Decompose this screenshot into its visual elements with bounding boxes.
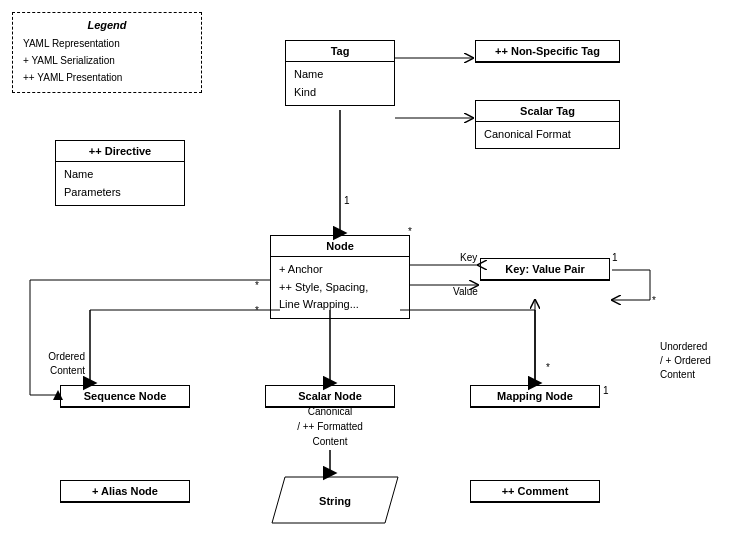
label-star-node-left: * bbox=[255, 280, 259, 291]
label-1-mapping: 1 bbox=[603, 385, 609, 396]
scalar-tag-body: Canonical Format bbox=[476, 122, 619, 148]
string-parallelogram: String bbox=[270, 475, 400, 525]
node-field-anchor: + Anchor bbox=[279, 261, 401, 279]
label-star-kvp: * bbox=[652, 295, 656, 306]
label-value: Value bbox=[453, 286, 478, 297]
scalar-node-field-3: Content bbox=[265, 434, 395, 449]
directive-title: ++ Directive bbox=[56, 141, 184, 162]
label-star-node-bottom: * bbox=[255, 305, 259, 316]
node-box: Node + Anchor ++ Style, Spacing, Line Wr… bbox=[270, 235, 410, 319]
comment-title: ++ Comment bbox=[471, 481, 599, 502]
diagram: Legend YAML Representation + YAML Serial… bbox=[0, 0, 735, 555]
scalar-tag-field: Canonical Format bbox=[484, 126, 611, 144]
label-key: Key bbox=[460, 252, 477, 263]
legend-line-2: + YAML Serialization bbox=[23, 52, 191, 69]
scalar-tag-box: Scalar Tag Canonical Format bbox=[475, 100, 620, 149]
mapping-node-title: Mapping Node bbox=[471, 386, 599, 407]
scalar-node-field-2: / ++ Formatted bbox=[265, 419, 395, 434]
legend-line-3: ++ YAML Presentation bbox=[23, 69, 191, 86]
mapping-node-box: Mapping Node bbox=[470, 385, 600, 408]
legend-body: YAML Representation + YAML Serialization… bbox=[23, 35, 191, 86]
directive-field-name: Name bbox=[64, 166, 176, 184]
comment-box: ++ Comment bbox=[470, 480, 600, 503]
legend-line-1: YAML Representation bbox=[23, 35, 191, 52]
scalar-node-field-1: Canonical bbox=[265, 404, 395, 419]
label-star-node: * bbox=[408, 226, 412, 237]
sequence-node-box: Sequence Node bbox=[60, 385, 190, 408]
string-label: String bbox=[319, 495, 351, 507]
tag-field-name: Name bbox=[294, 66, 386, 84]
tag-field-kind: Kind bbox=[294, 84, 386, 102]
non-specific-tag-title: ++ Non-Specific Tag bbox=[476, 41, 619, 62]
sequence-node-title: Sequence Node bbox=[61, 386, 189, 407]
label-star-mapping: * bbox=[546, 362, 550, 373]
directive-box: ++ Directive Name Parameters bbox=[55, 140, 185, 206]
label-1-kvp: 1 bbox=[612, 252, 618, 263]
key-value-pair-title: Key: Value Pair bbox=[481, 259, 609, 280]
tag-body: Name Kind bbox=[286, 62, 394, 105]
legend-title: Legend bbox=[23, 19, 191, 31]
key-value-pair-box: Key: Value Pair bbox=[480, 258, 610, 281]
scalar-tag-title: Scalar Tag bbox=[476, 101, 619, 122]
tag-title: Tag bbox=[286, 41, 394, 62]
node-field-style: ++ Style, Spacing, bbox=[279, 279, 401, 297]
node-body: + Anchor ++ Style, Spacing, Line Wrappin… bbox=[271, 257, 409, 318]
label-ordered-content: OrderedContent bbox=[15, 350, 85, 378]
alias-node-box: + Alias Node bbox=[60, 480, 190, 503]
non-specific-tag-box: ++ Non-Specific Tag bbox=[475, 40, 620, 63]
label-unordered-content: Unordered/ + OrderedContent bbox=[660, 340, 711, 382]
node-field-line: Line Wrapping... bbox=[279, 296, 401, 314]
legend-box: Legend YAML Representation + YAML Serial… bbox=[12, 12, 202, 93]
directive-body: Name Parameters bbox=[56, 162, 184, 205]
node-title: Node bbox=[271, 236, 409, 257]
directive-field-params: Parameters bbox=[64, 184, 176, 202]
alias-node-title: + Alias Node bbox=[61, 481, 189, 502]
label-1-tag-node: 1 bbox=[344, 195, 350, 206]
tag-box: Tag Name Kind bbox=[285, 40, 395, 106]
scalar-node-body: Canonical / ++ Formatted Content bbox=[265, 402, 395, 449]
